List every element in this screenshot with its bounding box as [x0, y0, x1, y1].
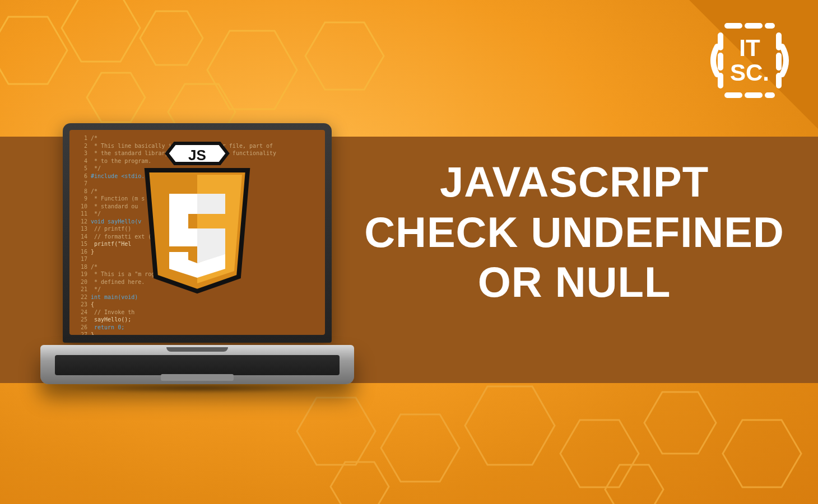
svg-text:IT: IT: [739, 35, 760, 61]
svg-marker-11: [644, 392, 716, 454]
svg-text:JS: JS: [188, 147, 206, 164]
code-line: 26 return 0;: [75, 324, 319, 332]
laptop-base: [40, 345, 354, 384]
svg-marker-0: [0, 17, 67, 84]
svg-marker-2: [140, 11, 203, 65]
laptop-illustration: 1/*2 * This line basically im "stdio" he…: [40, 123, 354, 414]
title-line-3: OR NULL: [353, 257, 796, 307]
svg-marker-13: [331, 462, 389, 504]
title-line-1: JAVASCRIPT: [353, 157, 796, 207]
brand-logo-icon: IT SC.: [705, 16, 794, 105]
svg-marker-3: [207, 31, 297, 109]
svg-marker-9: [465, 386, 555, 465]
page-title: JAVASCRIPT CHECK UNDEFINED OR NULL: [353, 157, 796, 307]
code-line: 25 sayHello();: [75, 316, 319, 324]
svg-text:SC.: SC.: [730, 59, 769, 86]
svg-marker-1: [62, 0, 140, 62]
code-line: 27}: [75, 331, 319, 335]
laptop-shadow: [57, 383, 337, 393]
code-line: 24 // Invoke th: [75, 309, 319, 316]
laptop-trackpad: [161, 374, 234, 381]
js-shield-icon: JS: [136, 139, 259, 307]
svg-marker-14: [605, 465, 663, 504]
svg-marker-12: [723, 420, 801, 487]
laptop-keyboard: [55, 355, 340, 375]
svg-marker-4: [305, 22, 384, 90]
svg-marker-10: [560, 420, 639, 487]
title-line-2: CHECK UNDEFINED: [353, 207, 796, 258]
svg-marker-5: [87, 73, 145, 122]
svg-marker-8: [381, 414, 459, 482]
